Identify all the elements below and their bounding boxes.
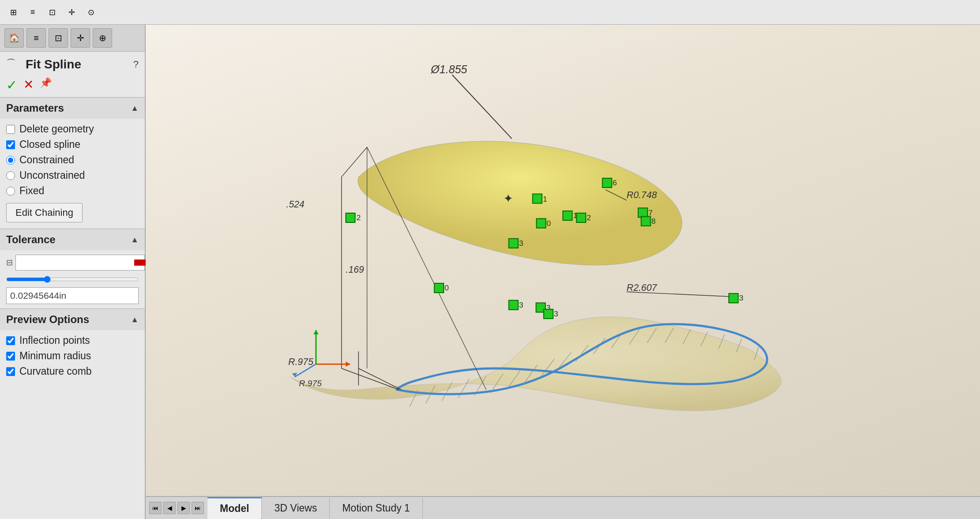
- viewport[interactable]: Ø1.855 .524 .169 R0.748 R2.607 R.975: [146, 25, 980, 496]
- panel-top-icons: 🏠 ≡ ⊡ ✛ ⊕: [0, 25, 145, 52]
- fixed-label: Fixed: [19, 185, 44, 197]
- fit-spline-icon: ⌒: [6, 57, 21, 72]
- svg-line-4: [458, 379, 469, 398]
- svg-text:R2.607: R2.607: [627, 282, 658, 293]
- parameters-title: Parameters: [6, 102, 64, 114]
- delete-geometry-row: Delete geometry: [6, 123, 139, 135]
- panel-icon-crosshair[interactable]: ✛: [71, 28, 90, 48]
- toolbar-icon-circle[interactable]: ⊙: [83, 4, 99, 20]
- tolerance-section-header[interactable]: Tolerance ▲: [0, 229, 145, 250]
- delete-geometry-label: Delete geometry: [19, 123, 94, 135]
- preview-options-header[interactable]: Preview Options ▲: [0, 309, 145, 330]
- svg-rect-62: [544, 309, 553, 319]
- tab-nav-prev[interactable]: ◀: [163, 502, 176, 514]
- svg-rect-64: [729, 293, 738, 303]
- svg-marker-70: [313, 330, 319, 335]
- toolbar-icon-grid[interactable]: ⊡: [44, 4, 60, 20]
- parameters-section-header[interactable]: Parameters ▲: [0, 98, 145, 119]
- tolerance-input[interactable]: 0.030in: [15, 255, 145, 271]
- panel-icon-plus-circle[interactable]: ⊕: [93, 28, 112, 48]
- svg-rect-48: [577, 213, 586, 222]
- svg-line-22: [452, 75, 512, 139]
- bottom-tabs: ⏮ ◀ ▶ ⏭ Model 3D Views Motion Study 1: [146, 496, 980, 519]
- svg-text:0: 0: [445, 283, 449, 292]
- pin-button[interactable]: 📌: [40, 77, 52, 93]
- minimum-radius-label: Minimum radius: [19, 350, 91, 362]
- cancel-button[interactable]: ✕: [23, 77, 34, 93]
- closed-spline-label: Closed spline: [19, 139, 80, 150]
- top-toolbar: ⊞ ≡ ⊡ ✛ ⊙: [0, 0, 980, 25]
- svg-rect-54: [638, 208, 648, 217]
- svg-rect-40: [533, 194, 542, 203]
- tab-nav-next[interactable]: ▶: [177, 502, 190, 514]
- tab-navigation: ⏮ ◀ ▶ ⏭: [146, 502, 207, 514]
- svg-text:3: 3: [739, 293, 743, 302]
- tab-motion-study[interactable]: Motion Study 1: [330, 498, 422, 519]
- tab-model[interactable]: Model: [207, 497, 262, 519]
- svg-text:0: 0: [547, 219, 551, 228]
- curvature-comb-row: Curvature comb: [6, 365, 139, 377]
- help-icon[interactable]: ?: [133, 59, 139, 70]
- feature-title-bar: ⌒ Fit Spline ?: [0, 52, 145, 75]
- tolerance-title: Tolerance: [6, 233, 56, 246]
- panel-icon-list[interactable]: ≡: [26, 28, 46, 48]
- tolerance-collapse-icon: ▲: [131, 235, 139, 244]
- tolerance-input-row: ⊟ 0.030in ▲ ▼: [6, 255, 139, 271]
- svg-rect-56: [641, 217, 650, 226]
- svg-text:.169: .169: [346, 264, 364, 275]
- curvature-comb-checkbox[interactable]: [6, 367, 15, 376]
- inflection-points-row: Inflection points: [6, 335, 139, 346]
- tolerance-computed-value: 0.02945644in: [6, 287, 139, 304]
- svg-text:3: 3: [519, 239, 524, 248]
- tab-nav-last[interactable]: ⏭: [192, 502, 204, 514]
- constrained-row: Constrained: [6, 154, 139, 166]
- inflection-points-checkbox[interactable]: [6, 336, 15, 345]
- tolerance-content: ⊟ 0.030in ▲ ▼ 0.02945644in: [0, 250, 145, 308]
- svg-text:2: 2: [356, 213, 361, 222]
- svg-line-36: [627, 292, 738, 297]
- svg-rect-50: [536, 218, 546, 228]
- svg-rect-52: [603, 178, 612, 188]
- svg-text:.524: .524: [286, 199, 304, 209]
- svg-rect-38: [346, 213, 355, 222]
- closed-spline-checkbox[interactable]: [6, 140, 15, 149]
- parameters-collapse-icon: ▲: [131, 104, 139, 113]
- feature-title: Fit Spline: [26, 57, 129, 71]
- svg-text:R0.748: R0.748: [627, 190, 657, 200]
- delete-geometry-checkbox[interactable]: [6, 125, 15, 134]
- constrained-label: Constrained: [19, 154, 74, 166]
- svg-text:Ø1.855: Ø1.855: [430, 63, 467, 75]
- svg-rect-58: [509, 300, 518, 309]
- panel-icon-grid[interactable]: ⊡: [49, 28, 68, 48]
- svg-text:2: 2: [587, 213, 591, 222]
- svg-text:3: 3: [554, 309, 558, 318]
- svg-text:8: 8: [652, 217, 656, 226]
- tab-3d-views[interactable]: 3D Views: [262, 498, 330, 519]
- panel-icon-home[interactable]: 🏠: [4, 28, 24, 48]
- closed-spline-row: Closed spline: [6, 139, 139, 150]
- fixed-radio[interactable]: [6, 187, 15, 196]
- unconstrained-radio[interactable]: [6, 171, 15, 180]
- toolbar-icon-home[interactable]: ⊞: [5, 4, 21, 20]
- parameters-content: Delete geometry Closed spline Constraine…: [0, 119, 145, 229]
- preview-options-content: Inflection points Minimum radius Curvatu…: [0, 330, 145, 385]
- constrained-radio[interactable]: [6, 156, 15, 165]
- svg-line-31: [358, 369, 401, 390]
- tab-nav-first[interactable]: ⏮: [149, 502, 162, 514]
- tolerance-icon: ⊟: [6, 258, 13, 267]
- edit-chaining-button[interactable]: Edit Chaining: [6, 203, 83, 222]
- svg-marker-68: [346, 361, 350, 367]
- unconstrained-row: Unconstrained: [6, 169, 139, 181]
- minimum-radius-checkbox[interactable]: [6, 352, 15, 361]
- svg-line-28: [342, 369, 399, 390]
- svg-rect-42: [434, 283, 444, 293]
- svg-text:✦: ✦: [503, 192, 513, 205]
- inflection-points-label: Inflection points: [19, 335, 90, 346]
- accept-button[interactable]: ✓: [6, 77, 17, 93]
- toolbar-icon-list[interactable]: ≡: [25, 4, 41, 20]
- tolerance-slider[interactable]: [6, 276, 139, 283]
- left-panel: 🏠 ≡ ⊡ ✛ ⊕ ⌒ Fit Spline ? ✓ ✕ 📌 Parameter…: [0, 25, 146, 519]
- viewport-container: ▶ Arcs (Default<<Def... 🔍 ⊕ ↔ ⬡ ⚙ 🖥 ✓ ✕: [146, 25, 980, 519]
- curvature-comb-label: Curvature comb: [19, 365, 92, 377]
- toolbar-icon-crosshair[interactable]: ✛: [64, 4, 79, 20]
